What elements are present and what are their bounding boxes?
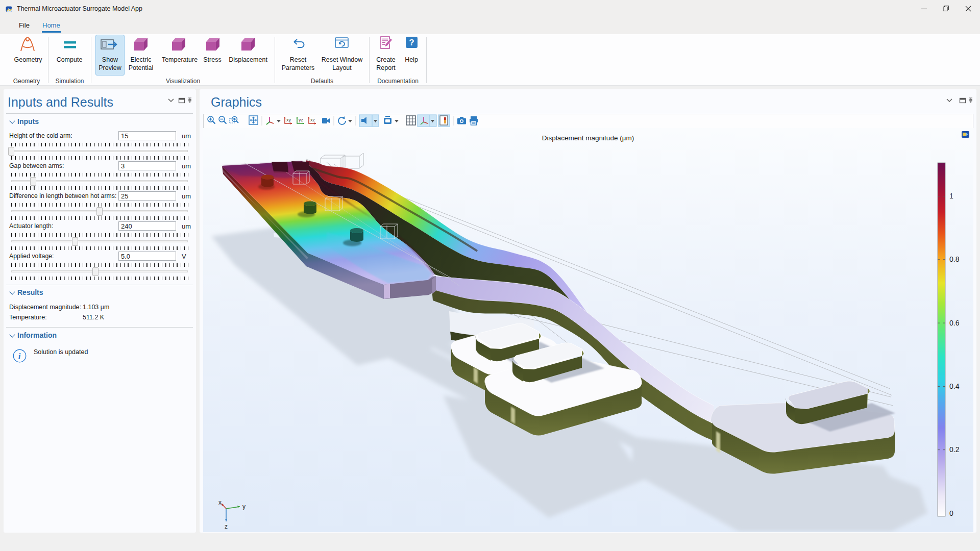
- svg-text:1: 1: [949, 192, 953, 200]
- svg-text:xz: xz: [310, 117, 315, 122]
- svg-text:x: x: [218, 499, 222, 506]
- svg-text:0.6: 0.6: [949, 319, 960, 327]
- svg-text:yz: yz: [299, 117, 304, 122]
- svg-text:0.2: 0.2: [949, 445, 960, 454]
- svg-text:y: y: [242, 503, 246, 510]
- svg-text:?: ?: [409, 38, 414, 47]
- svg-text:0: 0: [949, 509, 953, 517]
- svg-text:i: i: [18, 352, 21, 361]
- svg-text:0.8: 0.8: [949, 255, 960, 263]
- svg-text:z: z: [225, 523, 228, 530]
- svg-text:Displacement magnitude (µm): Displacement magnitude (µm): [542, 134, 634, 142]
- svg-text:0.4: 0.4: [949, 382, 960, 390]
- svg-text:xy: xy: [286, 117, 291, 122]
